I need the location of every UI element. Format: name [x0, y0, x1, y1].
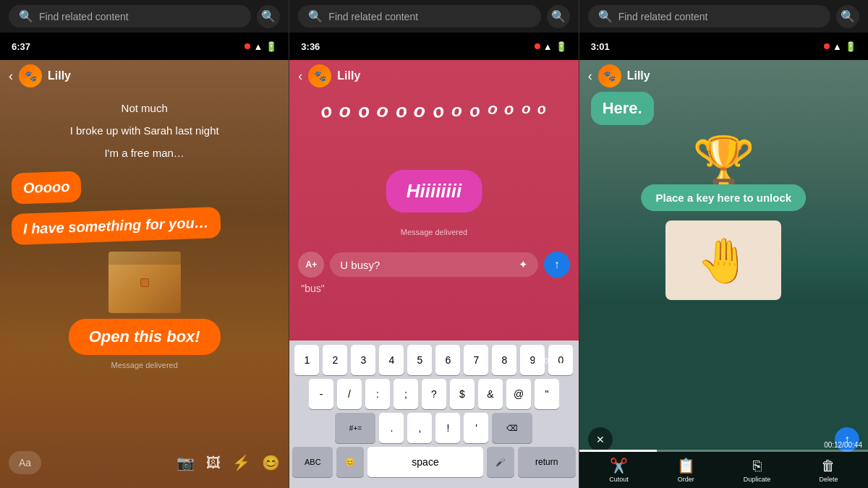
panel2-contact-name[interactable]: Lilly	[337, 69, 360, 82]
order-icon: 📋	[677, 457, 695, 474]
key-comma[interactable]: ,	[407, 413, 432, 443]
key-slash[interactable]: /	[337, 379, 362, 409]
key-apostrophe[interactable]: '	[464, 413, 488, 443]
panel3-here-text: Here.	[603, 99, 642, 117]
panel2-text-field[interactable]: U busy? ✦	[330, 252, 537, 277]
duplicate-icon: ⎘	[753, 458, 762, 474]
key-8[interactable]: 8	[492, 345, 516, 375]
panel2-avatar: 🐾	[308, 64, 331, 87]
panel3-signal-dot	[824, 43, 830, 49]
panel2-autocomplete[interactable]: "bus"	[289, 278, 578, 299]
panel1-header: ‹ 🐾 Lilly	[0, 60, 289, 92]
key-semicolon[interactable]: ;	[393, 379, 418, 409]
panel1-status-bar: 6:37 ▲ 🔋	[0, 33, 289, 60]
panel1-msg-1: Not much	[12, 100, 277, 116]
key-5[interactable]: 5	[407, 345, 432, 375]
cutout-icon: ✂️	[610, 457, 628, 474]
panel3-place-key-button[interactable]: Place a key here to unlock	[642, 184, 807, 211]
panel1-back-icon[interactable]: ‹	[9, 69, 13, 84]
search-input-1[interactable]: Find related content	[39, 11, 241, 22]
search-input-2[interactable]: Find related content	[328, 11, 530, 22]
key-space[interactable]: space	[367, 447, 483, 477]
panel1-msg-3: I'm a free man…	[12, 145, 277, 160]
key-exclaim[interactable]: !	[435, 413, 460, 443]
toolbar-item-cutout[interactable]: ✂️ Cutout	[609, 457, 629, 483]
panel2-status-icons: ▲ 🔋	[535, 41, 567, 52]
panel1-chat-input[interactable]: Aa	[9, 451, 41, 474]
key-1[interactable]: 1	[294, 345, 319, 375]
panel1-bubble-ooooo-text: Ooooo	[23, 179, 70, 196]
key-at[interactable]: @	[506, 379, 531, 409]
key-quote[interactable]: "	[535, 379, 559, 409]
panel1-msg-2: I broke up with Sarah last night	[12, 123, 277, 138]
key-dollar[interactable]: $	[450, 379, 475, 409]
search-bar-panel-1: 🔍 Find related content 🔍	[0, 0, 289, 33]
panel3-contact-name[interactable]: Lilly	[627, 69, 650, 82]
key-colon[interactable]: :	[365, 379, 390, 409]
key-backspace[interactable]: ⌫	[492, 413, 532, 443]
panel-1: 6:37 ▲ 🔋 ‹ 🐾 Lilly Not much I broke up w…	[0, 33, 289, 488]
key-6[interactable]: 6	[435, 345, 460, 375]
search-button-3[interactable]: 🔍	[836, 5, 859, 28]
search-input-wrap-2[interactable]: 🔍 Find related content	[298, 5, 540, 27]
panel3-close-button[interactable]: ✕	[588, 427, 613, 452]
panel2-time: 3:36	[301, 41, 320, 52]
key-abc[interactable]: ABC	[292, 447, 333, 477]
panel2-hiiiii-text: Hiiiiiiii	[407, 180, 462, 202]
panel1-avatar: 🐾	[19, 64, 42, 87]
search-bar-panel-3: 🔍 Find related content 🔍	[579, 0, 868, 33]
key-2[interactable]: 2	[323, 345, 347, 375]
panel1-box-container	[12, 252, 277, 313]
toolbar-item-duplicate[interactable]: ⎘ Duplicate	[744, 458, 771, 483]
key-dash[interactable]: -	[309, 379, 333, 409]
search-icon-1: 🔍	[19, 9, 33, 23]
panel1-emoji-icon[interactable]: 😊	[262, 454, 280, 471]
phone-frame-3: 3:01 ▲ 🔋 ‹ 🐾 Lilly Here. 🏆	[579, 33, 868, 488]
key-period[interactable]: .	[379, 413, 404, 443]
key-return[interactable]: return	[518, 447, 576, 477]
panel2-back-icon[interactable]: ‹	[298, 69, 302, 84]
panel-2: 3:36 ▲ 🔋 ‹ 🐾 Lilly o o o o	[289, 33, 579, 488]
key-3[interactable]: 3	[351, 345, 375, 375]
key-ampersand[interactable]: &	[478, 379, 503, 409]
panel1-open-box-button[interactable]: Open this box!	[69, 319, 221, 355]
panel1-lightning-icon[interactable]: ⚡	[232, 454, 250, 471]
toolbar-item-order[interactable]: 📋 Order	[677, 457, 695, 483]
panel1-box-image	[109, 252, 181, 313]
key-emoji[interactable]: 😊	[336, 447, 364, 477]
panel1-bubble-msg: I have something for you…	[11, 207, 221, 245]
panel2-input-text: U busy?	[340, 259, 380, 271]
panel1-time: 6:37	[12, 41, 30, 52]
panel3-status-bar: 3:01 ▲ 🔋	[579, 33, 868, 60]
key-mic[interactable]: 🎤	[487, 447, 514, 477]
cutout-label: Cutout	[609, 476, 629, 483]
panel3-back-icon[interactable]: ‹	[588, 69, 592, 84]
key-question[interactable]: ?	[422, 379, 446, 409]
panel1-status-icons: ▲ 🔋	[244, 41, 277, 52]
panel2-send-button[interactable]: ↑	[544, 252, 570, 278]
panel1-footer-icons: 📷 🖼 ⚡ 😊	[176, 454, 280, 471]
search-input-wrap-1[interactable]: 🔍 Find related content	[9, 5, 251, 27]
search-button-1[interactable]: 🔍	[257, 5, 280, 28]
panel1-image-icon[interactable]: 🖼	[206, 455, 221, 471]
search-input-wrap-3[interactable]: 🔍 Find related content	[588, 5, 830, 27]
key-4[interactable]: 4	[379, 345, 404, 375]
panel2-video-timer: 00:05/01:08	[535, 357, 573, 365]
key-hashplus[interactable]: #+=	[335, 413, 375, 443]
panel3-place-key-label: Place a key here to unlock	[656, 192, 792, 204]
search-button-2[interactable]: 🔍	[547, 5, 570, 28]
phone-frame-2: 3:36 ▲ 🔋 ‹ 🐾 Lilly o o o o	[289, 33, 578, 488]
search-input-3[interactable]: Find related content	[618, 11, 820, 22]
keyboard-row-bottom: ABC 😊 space 🎤 return	[292, 447, 575, 477]
panel1-camera-icon[interactable]: 📷	[176, 454, 195, 471]
keyboard-row-symbols1: - / : ; ? $ & @ "	[292, 379, 575, 409]
panels-container: 6:37 ▲ 🔋 ‹ 🐾 Lilly Not much I broke up w…	[0, 33, 868, 488]
panel2-ai-button[interactable]: A+	[298, 252, 324, 278]
key-7[interactable]: 7	[464, 345, 488, 375]
keyboard-row-numbers: 1 2 3 4 5 6 7 8 9 0	[292, 345, 575, 375]
panel1-contact-name[interactable]: Lilly	[48, 69, 71, 82]
panel2-wifi-icon: ▲	[543, 41, 553, 52]
order-label: Order	[678, 476, 694, 483]
toolbar-item-delete[interactable]: 🗑 Delete	[819, 458, 838, 483]
panel1-chat-messages: Not much I broke up with Sarah last nigh…	[0, 92, 289, 430]
